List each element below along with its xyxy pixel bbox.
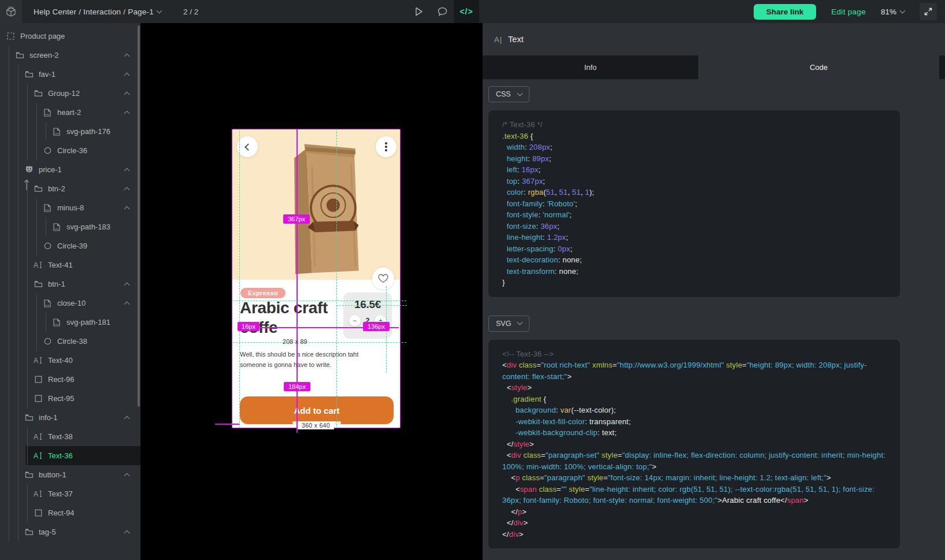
code-line: <style> xyxy=(502,382,886,394)
layer-label: Circle-38 xyxy=(57,337,87,346)
layer-minus-8[interactable]: minus-8 xyxy=(0,198,140,217)
chevron-up-icon[interactable] xyxy=(124,92,130,98)
chevron-up-icon[interactable] xyxy=(124,111,130,117)
chevron-down-icon xyxy=(517,90,522,96)
text-icon: A xyxy=(34,261,43,270)
chevron-up-icon[interactable] xyxy=(124,206,130,212)
layer-label: Circle-39 xyxy=(57,242,87,250)
layer-Rect-95[interactable]: Rect-95 xyxy=(0,389,140,408)
svg-text:A: A xyxy=(34,490,38,498)
layer-label: info-1 xyxy=(39,413,58,422)
comment-icon xyxy=(438,7,447,16)
layer-label: price-1 xyxy=(39,165,62,174)
sidebar-scrollbar[interactable] xyxy=(138,25,140,407)
menu-button[interactable] xyxy=(376,136,396,157)
inspector-tabs: Info Code xyxy=(483,55,945,79)
text-icon: A xyxy=(34,356,43,365)
layer-button-1[interactable]: button-1 xyxy=(0,465,140,484)
layer-tree: Product pagescreen-2fav-1Group-12heart-2… xyxy=(0,23,140,542)
favorite-button[interactable] xyxy=(372,268,394,290)
chevron-up-icon[interactable] xyxy=(124,283,130,288)
app-logo[interactable] xyxy=(0,0,22,23)
svgfile-icon xyxy=(43,299,52,308)
category-tag[interactable]: Expresso xyxy=(240,288,286,298)
chevron-up-icon[interactable] xyxy=(124,473,130,479)
preview-play-button[interactable] xyxy=(407,0,431,23)
chevron-down-icon xyxy=(517,320,523,325)
add-to-cart-button[interactable]: Add to cart xyxy=(240,396,394,424)
breadcrumb[interactable]: Help Center / Interaction / Page-1 xyxy=(34,8,161,16)
tab-info[interactable]: Info xyxy=(483,55,698,79)
layer-btn-2[interactable]: btn-2 xyxy=(0,179,140,198)
layer-tag-5[interactable]: tag-5 xyxy=(0,522,140,542)
layer-Text-38[interactable]: AText-38 xyxy=(0,427,140,446)
layer-btn-1[interactable]: btn-1 xyxy=(0,275,140,294)
fullscreen-button[interactable] xyxy=(920,3,937,20)
product-image-area xyxy=(232,129,400,280)
zoom-control[interactable]: 81% xyxy=(881,8,905,16)
back-button[interactable] xyxy=(237,136,258,157)
layer-info-1[interactable]: info-1 xyxy=(0,408,140,427)
guide-line xyxy=(336,305,407,306)
chevron-up-icon[interactable] xyxy=(124,168,130,174)
screen-size-label: 360 x 640 xyxy=(298,421,334,429)
svgfile-icon xyxy=(52,222,61,232)
layer-Rect-94[interactable]: Rect-94 xyxy=(0,503,140,522)
decrease-quantity-button[interactable]: − xyxy=(349,315,361,327)
layer-Circle-39[interactable]: Circle-39 xyxy=(0,236,140,255)
layer-label: screen-2 xyxy=(29,51,59,60)
code-line: <div class="root rich-text" xmlns="http:… xyxy=(502,359,886,382)
layer-heart-2[interactable]: heart-2 xyxy=(0,103,140,122)
code-line: left: 16px; xyxy=(502,164,886,176)
chevron-up-icon[interactable] xyxy=(124,54,130,60)
layer-svg-path-176[interactable]: svg-path-176 xyxy=(0,122,140,141)
chevron-up-icon[interactable] xyxy=(124,531,130,536)
chevron-up-icon[interactable] xyxy=(124,73,130,79)
code-line: </div> xyxy=(502,529,886,540)
tab-code[interactable]: Code xyxy=(698,55,939,79)
layer-Text-36[interactable]: AText-36 xyxy=(0,446,140,465)
svg-code-block[interactable]: <!-- Text-36 --><div class="root rich-te… xyxy=(488,340,900,549)
layer-close-10[interactable]: close-10 xyxy=(0,294,140,313)
code-line: font-family: 'Roboto'; xyxy=(502,198,886,210)
layer-Circle-36[interactable]: Circle-36 xyxy=(0,141,140,160)
share-link-button[interactable]: Share link xyxy=(754,4,817,20)
code-line: width: 208px; xyxy=(502,142,886,153)
code-line: -webkit-text-fill-color: transparent; xyxy=(502,416,886,428)
layer-price-1[interactable]: price-1 xyxy=(0,160,140,179)
layer-Text-40[interactable]: AText-40 xyxy=(0,351,140,370)
layer-Group-12[interactable]: Group-12 xyxy=(0,84,140,103)
chevron-up-icon[interactable] xyxy=(124,416,130,422)
css-code-block[interactable]: /* Text-36 */.text-36 { width: 208px; he… xyxy=(488,110,900,297)
guide-line xyxy=(239,129,240,428)
layer-label: heart-2 xyxy=(57,108,81,117)
code-mode-button[interactable]: </> xyxy=(454,0,479,23)
canvas: Expresso Arabic craft coffe Well, this s… xyxy=(140,23,483,560)
chevron-up-icon[interactable] xyxy=(124,187,130,193)
folder-icon xyxy=(24,70,34,79)
logo-icon xyxy=(5,5,17,18)
comment-button[interactable] xyxy=(431,0,454,23)
text-icon: A xyxy=(34,489,43,499)
layer-Rect-96[interactable]: Rect-96 xyxy=(0,370,140,389)
code-line: .gradient { xyxy=(502,394,886,405)
layer-Circle-38[interactable]: Circle-38 xyxy=(0,332,140,351)
layer-svg-path-183[interactable]: svg-path-183 xyxy=(0,217,140,236)
code-line: </p> xyxy=(502,506,886,518)
layer-Text-37[interactable]: AText-37 xyxy=(0,484,140,503)
layer-Product page[interactable]: Product page xyxy=(0,27,140,46)
code-line: color: rgba(51, 51, 51, 1); xyxy=(502,187,886,198)
svg-language-dropdown[interactable]: SVG xyxy=(488,316,529,332)
layer-Text-41[interactable]: AText-41 xyxy=(0,255,140,275)
layer-svg-path-181[interactable]: svg-path-181 xyxy=(0,313,140,332)
css-language-dropdown[interactable]: CSS xyxy=(488,86,529,102)
layer-screen-2[interactable]: screen-2 xyxy=(0,46,140,65)
layer-fav-1[interactable]: fav-1 xyxy=(0,65,140,84)
element-size-label: 208 x 89 xyxy=(283,338,307,345)
svg-text:A: A xyxy=(34,261,38,269)
chevron-up-icon[interactable] xyxy=(124,302,130,307)
svgfile-icon xyxy=(43,203,52,213)
edit-page-link[interactable]: Edit page xyxy=(831,8,866,16)
chevron-down-icon[interactable] xyxy=(156,8,162,13)
layer-label: minus-8 xyxy=(57,203,84,212)
